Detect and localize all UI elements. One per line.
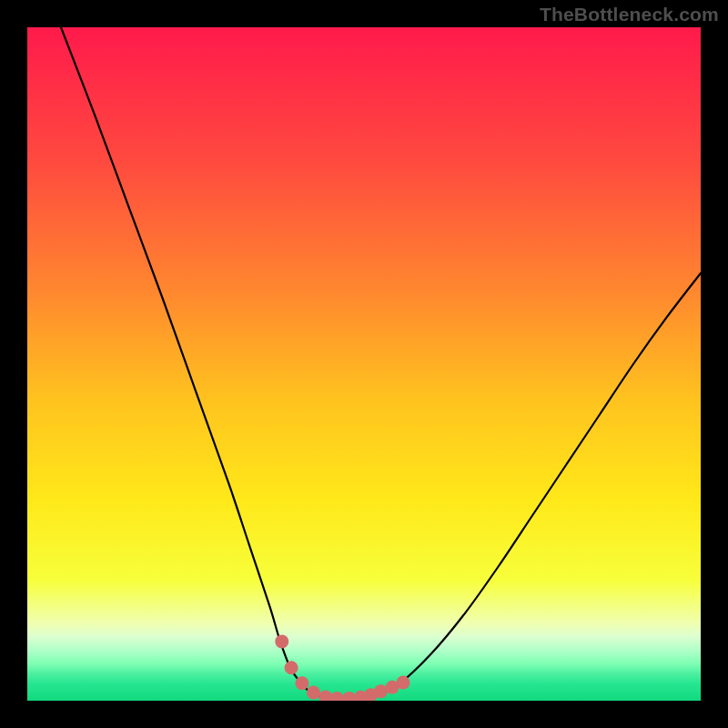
marker-dot	[275, 634, 288, 648]
marker-dot	[396, 676, 410, 690]
chart-frame: TheBottleneck.com	[0, 0, 728, 728]
bottleneck-chart	[27, 27, 701, 701]
watermark-text: TheBottleneck.com	[540, 4, 719, 25]
gradient-background	[27, 27, 701, 701]
marker-dot	[307, 686, 320, 700]
marker-dot	[285, 661, 298, 674]
marker-dot	[295, 676, 308, 690]
